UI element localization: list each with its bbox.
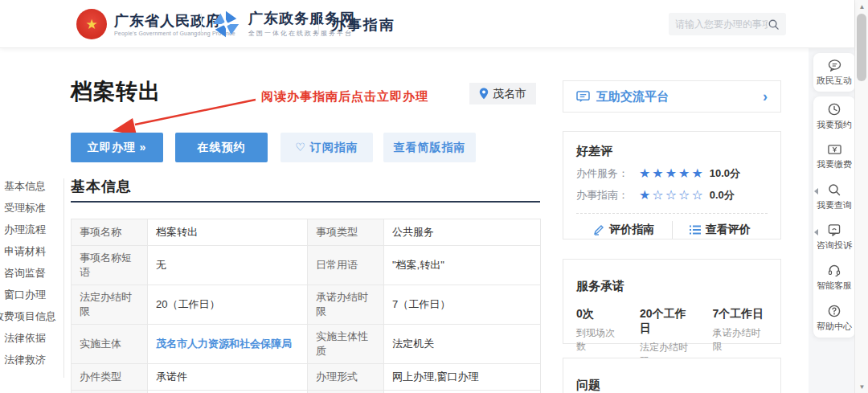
cell-value: 0 — [148, 391, 308, 393]
chat-square-icon — [828, 224, 841, 236]
rating-score: 10.0分 — [710, 166, 740, 181]
rating-title: 好差评 — [576, 144, 768, 159]
page: ★ 广东省人民政府 People's Government of Guangdo… — [0, 0, 868, 393]
top-header: ★ 广东省人民政府 People's Government of Guangdo… — [0, 0, 854, 48]
left-nav: 基本信息 受理标准 办理流程 申请材料 咨询监督 窗口办理 收费项目信息 法律依… — [0, 178, 61, 374]
table-row: 法定办结时限 20（工作日） 承诺办结时限 7（工作日） — [72, 285, 541, 325]
help-circle-icon — [828, 305, 841, 317]
cell-value: 法定机关 — [384, 325, 541, 364]
location-badge[interactable]: 茂名市 — [469, 83, 536, 104]
pinwheel-icon — [211, 9, 241, 39]
view-rating-label: 查看评价 — [706, 223, 751, 237]
cell-value: 网上办理,窗口办理 — [384, 364, 541, 391]
promise-title: 服务承诺 — [576, 279, 768, 294]
cell-label: 法定办结时限 — [72, 285, 148, 325]
chat-bubble-icon — [576, 91, 590, 103]
nav-item-consult[interactable]: 咨询监督 — [0, 265, 61, 281]
cell-value: 公共服务 — [384, 219, 541, 246]
subscribe-guide-button[interactable]: ♡ 订阅指南 — [280, 133, 373, 162]
nav-item-legal-basis[interactable]: 法律依据 — [0, 330, 61, 346]
nav-item-process[interactable]: 办理流程 — [0, 222, 61, 238]
table-row: 事项名称短语 无 日常用语 "档案,转出" — [72, 246, 541, 285]
cell-value: 7（工作日） — [384, 285, 541, 325]
clock-icon — [828, 103, 841, 116]
view-rating-link[interactable]: 查看评价 — [673, 223, 768, 237]
float-item-label: 我要查询 — [817, 199, 852, 211]
table-row: 事项名称 档案转出 事项类型 公共服务 — [72, 219, 541, 246]
nav-item-fees[interactable]: 收费项目信息 — [0, 309, 61, 325]
table-row: 实施主体 茂名市人力资源和社会保障局 实施主体性质 法定机关 — [72, 325, 541, 364]
float-item-label: 帮助中心 — [817, 321, 852, 333]
float-item-help[interactable]: 帮助中心 — [813, 298, 855, 339]
page-scrollbar: ▲ ▼ — [854, 0, 868, 393]
cell-label: 承诺办结时限 — [308, 285, 384, 325]
nav-item-window[interactable]: 窗口办理 — [0, 287, 61, 303]
rating-card: 好差评 办件服务： ★★★★★ 10.0分 办事指南： ★☆☆☆☆ 0.0分 评… — [563, 131, 781, 239]
cell-label: 事项名称短语 — [72, 246, 148, 285]
cell-value: 20（工作日） — [148, 285, 308, 325]
cell-value: 无 — [148, 246, 308, 285]
search-box — [669, 13, 786, 35]
cell-label: 到办事现场次数 — [72, 391, 148, 393]
rating-guide-label: 评价指南 — [609, 223, 654, 237]
simple-guide-button[interactable]: 查看简版指南 — [383, 133, 476, 162]
cell-value: 档案转出 — [148, 219, 308, 246]
star-rating-service: ★★★★★ — [639, 167, 705, 180]
table-row: 办件类型 承诺件 办理形式 网上办理,窗口办理 — [72, 364, 541, 391]
nav-item-materials[interactable]: 申请材料 — [0, 244, 61, 260]
location-label: 茂名市 — [493, 87, 526, 101]
online-reserve-button[interactable]: 在线预约 — [175, 133, 268, 162]
banknote-icon — [828, 144, 841, 155]
float-item-interaction[interactable]: 政民互动 — [813, 53, 855, 93]
promise-value: 0次 — [576, 307, 622, 321]
exchange-platform-card[interactable]: 互助交流平台 › — [563, 80, 781, 113]
cell-label: 事项名称 — [72, 219, 148, 246]
cell-label: 办理形式 — [308, 364, 384, 391]
float-card-tools: 我要预约 我要缴费 我要查询 咨询投诉 智能客服 — [813, 96, 855, 338]
cell-label: 实施主体 — [72, 325, 148, 364]
float-item-label: 我要缴费 — [817, 158, 852, 170]
location-pin-icon — [479, 88, 489, 100]
nav-item-acceptance[interactable]: 受理标准 — [0, 200, 61, 216]
scroll-down-arrow[interactable]: ▼ — [855, 381, 868, 392]
emblem-star-glyph: ★ — [85, 16, 97, 33]
rating-row-service: 办件服务： ★★★★★ 10.0分 — [576, 166, 768, 181]
question-card: 问题 — [563, 358, 781, 393]
scroll-up-arrow[interactable]: ▲ — [855, 1, 868, 12]
header-divider — [201, 14, 202, 35]
headset-icon — [828, 264, 841, 276]
scroll-thumb[interactable] — [857, 14, 866, 81]
nav-item-legal-remedy[interactable]: 法律救济 — [0, 352, 61, 368]
float-item-reserve[interactable]: 我要预约 — [813, 96, 855, 137]
cell-label: 实施主体性质 — [308, 325, 384, 364]
implementing-agency-link[interactable]: 茂名市人力资源和社会保障局 — [148, 325, 308, 364]
question-title: 问题 — [576, 378, 768, 393]
cell-label: 办件类型 — [72, 364, 148, 391]
search-icon[interactable] — [768, 18, 780, 31]
float-item-pay[interactable]: 我要缴费 — [813, 137, 855, 177]
header-nav-title: 办事指南 — [331, 15, 395, 35]
nav-divider — [63, 178, 64, 378]
annotation-text: 阅读办事指南后点击立即办理 — [261, 89, 428, 104]
float-item-label: 咨询投诉 — [817, 239, 852, 252]
chevron-right-icon: › — [763, 88, 768, 105]
float-item-service[interactable]: 智能客服 — [813, 258, 855, 298]
promise-label: 承诺办结时限 — [713, 326, 768, 354]
float-item-complaint[interactable]: 咨询投诉 — [813, 218, 855, 258]
search-input[interactable] — [675, 18, 768, 30]
cell-label: 事项类型 — [308, 219, 384, 246]
float-item-query[interactable]: 我要查询 — [813, 177, 855, 218]
list-icon — [690, 225, 701, 235]
rating-guide-link[interactable]: 评价指南 — [576, 223, 672, 237]
apply-now-button[interactable]: 立即办理 » — [71, 133, 163, 162]
float-card-interaction: 政民互动 — [813, 53, 855, 92]
nav-item-basic-info[interactable]: 基本信息 — [0, 178, 61, 194]
rating-row-guide: 办事指南： ★☆☆☆☆ 0.0分 — [576, 188, 768, 203]
promise-value: 7个工作日 — [713, 307, 768, 321]
rating-score: 0.0分 — [710, 188, 735, 203]
star-rating-guide: ★☆☆☆☆ — [639, 189, 705, 202]
left-arrow-marker — [814, 188, 818, 194]
float-item-label: 政民互动 — [817, 75, 852, 87]
exchange-platform-label: 互助交流平台 — [596, 89, 756, 104]
section-underline — [71, 201, 540, 203]
